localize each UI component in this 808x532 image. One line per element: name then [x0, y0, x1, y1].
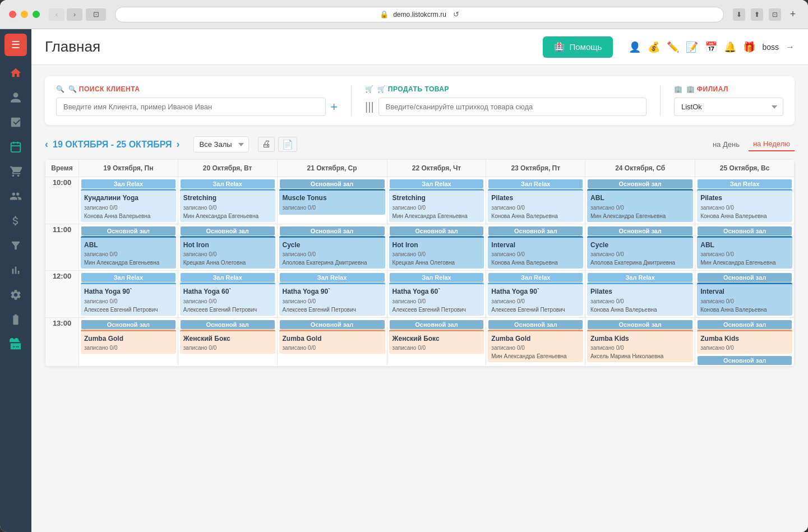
cell-fri-1300[interactable]: Основной зал Zumba Gold записано 0/0 Мин… — [486, 317, 585, 367]
calendar-icon[interactable]: 📅 — [705, 41, 717, 53]
tabs-button[interactable]: ⊡ — [86, 8, 106, 21]
cell-fri-1100[interactable]: Основной зал Interval записано 0/0 Конов… — [486, 224, 585, 271]
cell-mon-1100[interactable]: Основной зал ABL записано 0/0 Мин Алекса… — [79, 224, 178, 271]
sidebar-item-filter[interactable] — [4, 234, 27, 257]
sidebar-item-clients[interactable] — [4, 86, 27, 109]
cell-sat-1200[interactable]: Зал Relax Pilates записано 0/0 Конова Ан… — [585, 271, 695, 318]
export-button[interactable]: 📄 — [278, 137, 297, 152]
window-icon[interactable]: ⊡ — [769, 8, 781, 21]
cell-mon-1000[interactable]: Зал Relax Кундалини Yoga записано 0/0 Ко… — [79, 177, 178, 224]
class-block[interactable]: Женский Бокс записано 0/0 — [180, 330, 275, 354]
cell-mon-1200[interactable]: Зал Relax Hatha Yoga 90` записано 0/0 Ал… — [79, 271, 178, 318]
class-block[interactable]: ABL записано 0/0 Мин Александра Евгеньев… — [697, 236, 792, 269]
cell-sat-1100[interactable]: Основной зал Cycle записано 0/0 Аполова … — [585, 224, 695, 271]
next-week-button[interactable]: › — [177, 138, 180, 150]
payment-icon[interactable]: 💰 — [648, 41, 660, 53]
download-icon[interactable]: ⬇ — [733, 8, 745, 21]
class-block[interactable]: Hatha Yoga 60` записано 0/0 Алексеев Евг… — [389, 283, 484, 316]
cell-thu-1100[interactable]: Основной зал Hot Iron записано 0/0 Крецк… — [387, 224, 486, 271]
class-block[interactable]: Zumba Kids записано 0/0 — [697, 330, 792, 354]
sidebar-item-home[interactable] — [4, 62, 27, 84]
cell-tue-1100[interactable]: Основной зал Hot Iron записано 0/0 Крецк… — [178, 224, 277, 271]
cell-thu-1300[interactable]: Основной зал Женский Бокс записано 0/0 — [387, 317, 486, 367]
cell-thu-1200[interactable]: Зал Relax Hatha Yoga 60` записано 0/0 Ал… — [387, 271, 486, 318]
forward-button[interactable]: › — [67, 8, 82, 21]
cell-wed-1200[interactable]: Зал Relax Hatha Yoga 90` записано 0/0 Ал… — [277, 271, 387, 318]
search-input[interactable] — [56, 98, 326, 116]
cell-sun-1200[interactable]: Основной зал Interval записано 0/0 Конов… — [695, 271, 795, 318]
sidebar-item-sales[interactable] — [4, 160, 27, 183]
class-block[interactable]: Zumba Gold записано 0/0 — [279, 330, 385, 354]
gift-icon[interactable]: 🎁 — [743, 41, 755, 53]
sidebar-item-staff[interactable] — [4, 185, 27, 207]
class-block[interactable]: Hatha Yoga 90` записано 0/0 Алексеев Евг… — [279, 283, 385, 316]
hall-select[interactable]: Все Залы — [193, 136, 249, 152]
refresh-icon[interactable]: ↺ — [453, 10, 459, 18]
cell-sat-1000[interactable]: Основной зал ABL записано 0/0 Мин Алекса… — [585, 177, 695, 224]
back-button[interactable]: ‹ — [49, 8, 64, 21]
cell-tue-1000[interactable]: Зал Relax Stretching записано 0/0 Мин Ал… — [178, 177, 277, 224]
cell-sun-1300[interactable]: Основной зал Zumba Kids записано 0/0 Осн… — [695, 317, 795, 367]
cell-thu-1000[interactable]: Зал Relax Stretching записано 0/0 Мин Ал… — [387, 177, 486, 224]
cell-fri-1000[interactable]: Зал Relax Pilates записано 0/0 Конова Ан… — [486, 177, 585, 224]
class-block[interactable]: Interval записано 0/0 Конова Анна Валерь… — [488, 236, 583, 269]
cell-tue-1200[interactable]: Зал Relax Hatha Yoga 60` записано 0/0 Ал… — [178, 271, 277, 318]
help-button[interactable]: 🏥 Помощь — [543, 36, 613, 58]
new-tab-button[interactable]: + — [787, 8, 799, 21]
cell-sun-1000[interactable]: Зал Relax Pilates записано 0/0 Конова Ан… — [695, 177, 795, 224]
class-block[interactable]: Cycle записано 0/0 Аполова Екатерина Дми… — [279, 236, 385, 269]
class-block[interactable]: ABL записано 0/0 Мин Александра Евгеньев… — [81, 236, 176, 269]
barcode-input[interactable] — [378, 98, 647, 116]
prev-week-button[interactable]: ‹ — [45, 138, 48, 150]
sidebar-item-products[interactable] — [4, 111, 27, 133]
cell-mon-1300[interactable]: Основной зал Zumba Gold записано 0/0 — [79, 317, 178, 367]
class-block[interactable]: Женский Бокс записано 0/0 — [389, 330, 484, 354]
close-button[interactable] — [9, 11, 16, 18]
cell-tue-1300[interactable]: Основной зал Женский Бокс записано 0/0 — [178, 317, 277, 367]
class-block[interactable]: Zumba Gold записано 0/0 Мин Александра Е… — [488, 330, 583, 363]
minimize-button[interactable] — [21, 11, 28, 18]
sidebar-item-crm[interactable] — [4, 333, 27, 355]
profile-icon[interactable]: 👤 — [629, 41, 641, 53]
maximize-button[interactable] — [33, 11, 40, 18]
class-block[interactable]: Hatha Yoga 60` записано 0/0 Алексеев Евг… — [180, 283, 275, 316]
cell-sat-1300[interactable]: Основной зал Zumba Kids записано 0/0 Акс… — [585, 317, 695, 367]
sidebar-item-mobile[interactable] — [4, 308, 27, 331]
view-week-button[interactable]: на Неделю — [749, 137, 795, 151]
class-block[interactable]: ABL записано 0/0 Мин Александра Евгеньев… — [587, 189, 693, 222]
class-block[interactable]: Stretching записано 0/0 Мин Александра Е… — [389, 189, 484, 222]
sidebar-item-finance[interactable] — [4, 210, 27, 232]
cell-wed-1000[interactable]: Основной зал Muscle Tonus записано 0/0 — [277, 177, 387, 224]
class-block[interactable]: Hot Iron записано 0/0 Крецкая Анна Олего… — [389, 236, 484, 269]
class-block[interactable]: Zumba Kids записано 0/0 Аксель Марина Ни… — [587, 330, 693, 363]
class-block[interactable]: Muscle Tonus записано 0/0 — [279, 189, 385, 215]
cell-fri-1200[interactable]: Зал Relax Hatha Yoga 90` записано 0/0 Ал… — [486, 271, 585, 318]
cell-wed-1300[interactable]: Основной зал Zumba Gold записано 0/0 — [277, 317, 387, 367]
cell-wed-1100[interactable]: Основной зал Cycle записано 0/0 Аполова … — [277, 224, 387, 271]
class-block[interactable]: Pilates записано 0/0 Конова Анна Валерье… — [587, 283, 693, 316]
class-block[interactable]: Hot Iron записано 0/0 Крецкая Анна Олего… — [180, 236, 275, 269]
class-block[interactable]: Hatha Yoga 90` записано 0/0 Алексеев Евг… — [488, 283, 583, 316]
bell-icon[interactable]: 🔔 — [724, 41, 736, 53]
class-block[interactable]: Pilates записано 0/0 Конова Анна Валерье… — [697, 189, 792, 222]
edit-icon[interactable]: ✏️ — [667, 41, 679, 53]
class-block[interactable]: Cycle записано 0/0 Аполова Екатерина Дми… — [587, 236, 693, 269]
sidebar-item-settings[interactable] — [4, 284, 27, 306]
cell-sun-1100[interactable]: Основной зал ABL записано 0/0 Мин Алекса… — [695, 224, 795, 271]
print-button[interactable]: 🖨 — [258, 137, 275, 152]
branch-select[interactable]: ListOk — [674, 98, 783, 116]
class-block[interactable]: Zumba Gold записано 0/0 — [81, 330, 176, 354]
logout-icon[interactable]: → — [786, 42, 795, 52]
sidebar-menu-button[interactable]: ☰ — [4, 34, 27, 56]
class-block[interactable]: Stretching записано 0/0 Мин Александра Е… — [180, 189, 275, 222]
share-icon[interactable]: ⬆ — [751, 8, 763, 21]
class-block[interactable]: Hatha Yoga 90` записано 0/0 Алексеев Евг… — [81, 283, 176, 316]
edit-red-icon[interactable]: 📝 — [686, 41, 698, 53]
class-block[interactable]: Кундалини Yoga записано 0/0 Конова Анна … — [81, 189, 176, 222]
url-bar[interactable]: 🔒 demo.listokcrm.ru ↺ — [115, 7, 724, 22]
class-block[interactable]: Interval записано 0/0 Конова Анна Валерь… — [697, 283, 792, 316]
sidebar-item-reports[interactable] — [4, 259, 27, 281]
view-day-button[interactable]: на День — [708, 138, 744, 151]
add-client-button[interactable]: + — [330, 100, 338, 114]
class-block[interactable]: Pilates записано 0/0 Конова Анна Валерье… — [488, 189, 583, 222]
